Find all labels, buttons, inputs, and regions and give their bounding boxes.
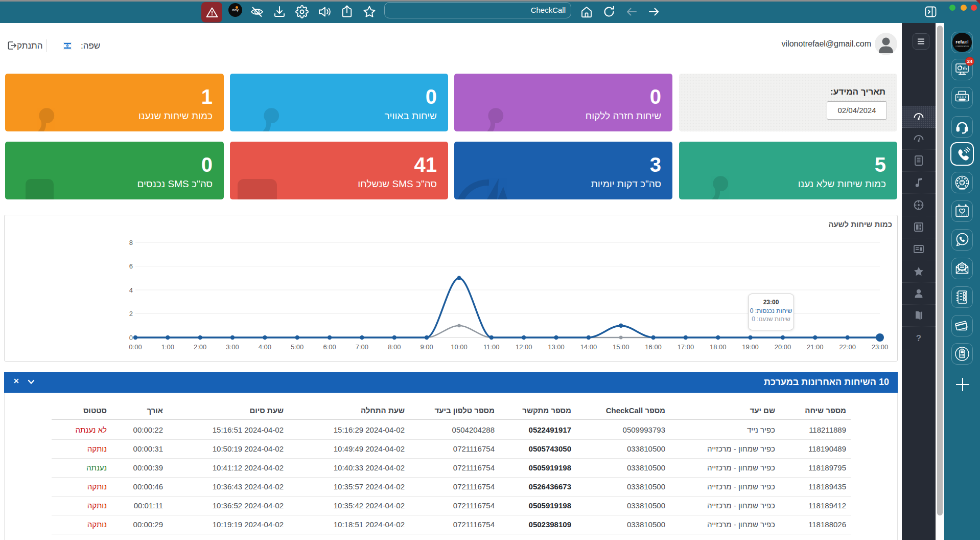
svg-text:17:00: 17:00: [678, 343, 694, 351]
svg-text:1:00: 1:00: [161, 343, 174, 351]
svg-text:21:00: 21:00: [807, 343, 824, 351]
svg-text:2:00: 2:00: [194, 343, 206, 351]
svg-text:0:00: 0:00: [129, 343, 142, 351]
svg-text:9:00: 9:00: [420, 343, 433, 351]
svg-text:20:00: 20:00: [775, 343, 791, 351]
svg-text:8:00: 8:00: [388, 343, 401, 351]
svg-text:22:00: 22:00: [839, 343, 856, 351]
svg-text:4:00: 4:00: [259, 343, 271, 351]
svg-text:6:00: 6:00: [323, 343, 336, 351]
svg-text:6: 6: [129, 262, 133, 270]
svg-text:23:00: 23:00: [872, 343, 889, 351]
svg-text:15:00: 15:00: [613, 343, 629, 351]
svg-text:19:00: 19:00: [742, 343, 759, 351]
svg-text:10:00: 10:00: [451, 343, 468, 351]
svg-text:refael: refael: [955, 39, 968, 44]
svg-text:18:00: 18:00: [710, 343, 727, 351]
svg-text:5:00: 5:00: [291, 343, 304, 351]
svg-text:8: 8: [129, 239, 133, 246]
svg-text:12:00: 12:00: [516, 343, 532, 351]
svg-text:11:00: 11:00: [483, 343, 500, 351]
svg-text:13:00: 13:00: [548, 343, 565, 351]
svg-text:0: 0: [129, 334, 133, 342]
svg-text:?: ?: [916, 333, 921, 343]
svg-text:COMMUNICATION: COMMUNICATION: [955, 46, 969, 48]
svg-text:2: 2: [129, 310, 133, 318]
svg-text:14:00: 14:00: [580, 343, 597, 351]
svg-text:16:00: 16:00: [645, 343, 662, 351]
svg-text:3:00: 3:00: [226, 343, 239, 351]
svg-text:7:00: 7:00: [356, 343, 368, 351]
svg-text:4: 4: [129, 286, 133, 294]
